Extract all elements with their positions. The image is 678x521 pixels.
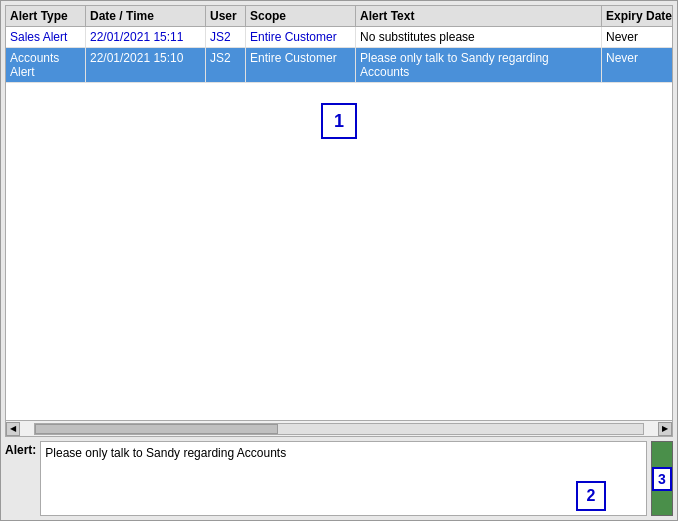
table-body: Sales Alert 22/01/2021 15:11 JS2 Entire …	[6, 27, 672, 420]
col-header-scope: Scope	[246, 6, 356, 26]
cell-alert-text-2: Please only talk to Sandy regarding Acco…	[356, 48, 602, 82]
alert-side-button[interactable]: 3	[651, 441, 673, 516]
table-row[interactable]: Accounts Alert 22/01/2021 15:10 JS2 Enti…	[6, 48, 672, 83]
scroll-right-button[interactable]: ▶	[658, 422, 672, 436]
badge-1-container: 1	[6, 83, 672, 159]
horizontal-scrollbar[interactable]: ◀ ▶	[6, 420, 672, 436]
table-row[interactable]: Sales Alert 22/01/2021 15:11 JS2 Entire …	[6, 27, 672, 48]
badge-2: 2	[576, 481, 606, 511]
cell-alert-type-2: Accounts Alert	[6, 48, 86, 82]
col-header-alert-type: Alert Type	[6, 6, 86, 26]
cell-expiry-1: Never	[602, 27, 672, 47]
alert-label: Alert:	[5, 441, 36, 516]
col-header-datetime: Date / Time	[86, 6, 206, 26]
badge-3: 3	[652, 467, 672, 491]
cell-scope-2: Entire Customer	[246, 48, 356, 82]
alert-text-content: Please only talk to Sandy regarding Acco…	[45, 446, 642, 460]
scrollbar-track[interactable]	[34, 423, 644, 435]
cell-expiry-2: Never	[602, 48, 672, 82]
col-header-expiry: Expiry Date	[602, 6, 672, 26]
alert-text-container: Please only talk to Sandy regarding Acco…	[40, 441, 647, 516]
cell-datetime-1: 22/01/2021 15:11	[86, 27, 206, 47]
main-container: Alert Type Date / Time User Scope Alert …	[0, 0, 678, 521]
scroll-left-button[interactable]: ◀	[6, 422, 20, 436]
table-section: Alert Type Date / Time User Scope Alert …	[5, 5, 673, 437]
cell-user-1: JS2	[206, 27, 246, 47]
cell-datetime-2: 22/01/2021 15:10	[86, 48, 206, 82]
badge-1: 1	[321, 103, 357, 139]
scrollbar-thumb[interactable]	[35, 424, 278, 434]
col-header-user: User	[206, 6, 246, 26]
cell-user-2: JS2	[206, 48, 246, 82]
cell-alert-type-1: Sales Alert	[6, 27, 86, 47]
cell-alert-text-1: No substitutes please	[356, 27, 602, 47]
col-header-alert-text: Alert Text	[356, 6, 602, 26]
cell-scope-1: Entire Customer	[246, 27, 356, 47]
table-header: Alert Type Date / Time User Scope Alert …	[6, 6, 672, 27]
alert-section: Alert: Please only talk to Sandy regardi…	[5, 441, 673, 516]
